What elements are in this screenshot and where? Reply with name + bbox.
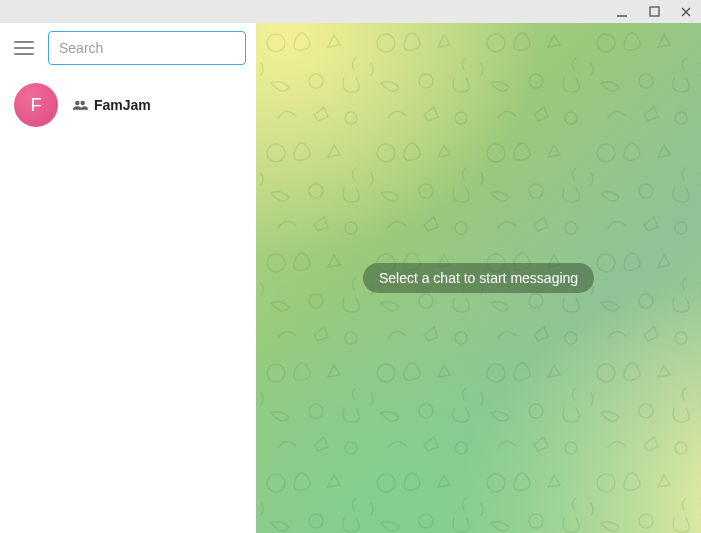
avatar-initial: F (31, 95, 42, 116)
window-close-button[interactable] (679, 5, 693, 19)
close-icon (680, 6, 692, 18)
svg-rect-1 (650, 7, 659, 16)
hamburger-icon (14, 40, 34, 56)
sidebar-header (0, 23, 256, 73)
avatar: F (14, 83, 58, 127)
chat-item-meta: FamJam (72, 97, 151, 113)
search-wrapper (48, 31, 246, 65)
svg-point-8 (80, 101, 84, 105)
chat-area: Select a chat to start messaging (256, 23, 701, 533)
svg-point-7 (75, 101, 79, 105)
search-input[interactable] (48, 31, 246, 65)
sidebar: F FamJam (0, 23, 256, 533)
chat-list: F FamJam (0, 73, 256, 533)
chat-list-item[interactable]: F FamJam (0, 73, 256, 137)
window-titlebar (0, 0, 701, 23)
minimize-icon (616, 6, 628, 18)
group-icon (72, 99, 88, 111)
app-body: F FamJam (0, 23, 701, 533)
empty-state-message: Select a chat to start messaging (363, 263, 594, 293)
maximize-icon (649, 6, 660, 17)
window-minimize-button[interactable] (615, 5, 629, 19)
chat-item-name: FamJam (94, 97, 151, 113)
menu-button[interactable] (10, 34, 38, 62)
window-maximize-button[interactable] (647, 5, 661, 19)
